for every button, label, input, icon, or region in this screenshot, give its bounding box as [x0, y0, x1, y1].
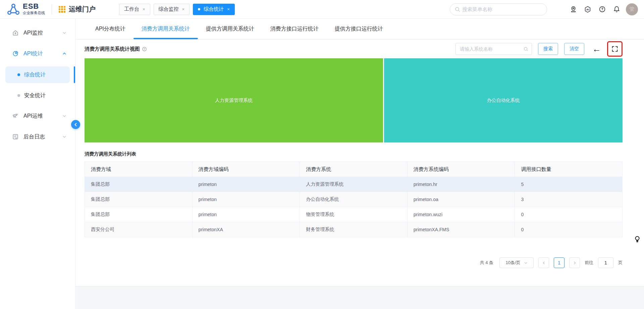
lightbulb-icon[interactable] [633, 235, 641, 245]
tab-provider-api-runtime[interactable]: 提供方接口运行统计 [327, 25, 391, 39]
home-icon [12, 29, 19, 36]
consumer-call-table: 消费方域 消费方域编码 消费方系统 消费方系统编码 调用接口数量 集团总部 pr… [85, 162, 623, 237]
system-name-search-box[interactable] [455, 43, 532, 55]
sidebar-item-label: API监控 [23, 29, 62, 37]
chevron-left-icon [74, 123, 78, 127]
avatar-text: 管 [630, 6, 635, 12]
sidebar-subitem-label: 安全统计 [24, 92, 46, 99]
fullscreen-icon[interactable] [611, 45, 619, 53]
main-content: API分布统计 消费方调用关系统计 提供方调用关系统计 消费方接口运行统计 提供… [76, 19, 644, 309]
system-name-input[interactable] [460, 46, 524, 52]
menu-search-box[interactable] [450, 3, 547, 15]
help-icon[interactable]: ? [598, 5, 606, 13]
active-dot [198, 8, 200, 10]
search-icon [455, 7, 460, 12]
close-icon[interactable]: × [143, 7, 145, 12]
tab-consumer-call-relation[interactable]: 消费方调用关系统计 [133, 25, 198, 39]
page-number-1[interactable]: 1 [554, 257, 565, 268]
pie-chart-icon [12, 50, 19, 57]
window-tab-label: 工作台 [124, 6, 139, 12]
col-header-consumer-domain-code[interactable]: 消费方域编码 [192, 162, 300, 177]
col-header-consumer-system-code[interactable]: 消费方系统编码 [407, 162, 515, 177]
location-icon[interactable] [569, 5, 577, 13]
sidebar-item-api-monitor[interactable]: API监控 [0, 25, 75, 41]
sidebar-item-label: API统计 [23, 50, 62, 57]
header-icon-group: AI ? [569, 5, 621, 13]
close-icon[interactable]: × [227, 7, 230, 12]
treemap-node-hr-system[interactable]: 人力资源管理系统 [85, 58, 383, 142]
goto-label: 前往 [585, 260, 593, 266]
active-indicator-bar [74, 66, 75, 83]
portal-name: 运维门户 [69, 5, 96, 14]
logo-title: ESB [23, 3, 45, 10]
window-tab-bar: 工作台 × 综合监控 × 综合统计 × [119, 4, 235, 15]
window-tab-workbench[interactable]: 工作台 × [119, 4, 150, 15]
pagination: 共 4 条 10条/页 1 前往 页 [480, 257, 623, 268]
table-header-row: 消费方域 消费方域编码 消费方系统 消费方系统编码 调用接口数量 [85, 162, 623, 177]
window-tab-statistics-active[interactable]: 综合统计 × [193, 4, 235, 15]
table-row[interactable]: 集团总部 primeton 物资管理系统 primeton.wuzi 0 [85, 207, 623, 222]
sidebar-item-backend-logs[interactable]: 后台日志 [0, 129, 75, 145]
bullet-dot-icon [17, 73, 20, 76]
col-header-consumer-system[interactable]: 消费方系统 [300, 162, 408, 177]
consumer-call-treemap: 人力资源管理系统 办公自动化系统 [85, 58, 623, 142]
col-header-call-api-count[interactable]: 调用接口数量 [515, 162, 623, 177]
col-header-consumer-domain[interactable]: 消费方域 [85, 162, 193, 177]
brand-logo[interactable]: ESB 企业服务总线 [0, 3, 45, 16]
header-divider [52, 4, 52, 14]
help-circle-icon[interactable]: ? [142, 47, 147, 52]
menu-search-input[interactable] [462, 6, 542, 12]
window-tab-label: 综合监控 [159, 6, 179, 12]
grid-icon [59, 6, 65, 13]
window-tab-monitoring[interactable]: 综合监控 × [154, 4, 190, 15]
chevron-down-icon [524, 261, 528, 265]
bell-icon[interactable] [612, 5, 621, 13]
esb-network-icon [7, 3, 20, 16]
bullet-dot-icon [17, 94, 20, 97]
portal-title: 运维门户 [59, 5, 96, 14]
chevron-down-icon [62, 114, 66, 118]
page-unit-label: 页 [618, 260, 623, 266]
sidebar-subitem-security-statistics[interactable]: 安全统计 [5, 87, 70, 104]
prev-page-button[interactable] [538, 257, 549, 268]
chevron-down-icon [62, 31, 66, 35]
next-page-button[interactable] [569, 257, 580, 268]
user-avatar[interactable]: 管 [626, 3, 638, 15]
footer-strip [76, 287, 644, 309]
table-row[interactable]: 西安分公司 primetonXA 财务管理系统 primetonXA.FMS 0 [85, 222, 623, 237]
treemap-node-oa-system[interactable]: 办公自动化系统 [384, 58, 623, 142]
chevron-right-icon [573, 261, 577, 265]
sidebar-item-api-statistics[interactable]: API统计 [0, 46, 75, 62]
back-arrow-icon[interactable]: ← [592, 45, 601, 53]
treemap-node-label: 人力资源管理系统 [215, 98, 253, 104]
view-title: 消费方调用关系统计视图 ? [85, 46, 147, 52]
statistics-tab-bar: API分布统计 消费方调用关系统计 提供方调用关系统计 消费方接口运行统计 提供… [76, 19, 644, 40]
chevron-up-icon [62, 52, 66, 56]
page-size-select[interactable]: 10条/页 [499, 257, 534, 268]
sidebar-nav: API监控 API统计 综合统计 安全统计 API运维 [0, 19, 75, 309]
pagination-zone: 共 4 条 10条/页 1 前往 页 [85, 237, 623, 275]
table-row[interactable]: 集团总部 primeton 办公自动化系统 primeton.oa 3 [85, 192, 623, 207]
search-button[interactable]: 搜索 [538, 43, 558, 55]
svg-text:AI: AI [586, 8, 589, 11]
table-row[interactable]: 集团总部 primeton 人力资源管理系统 primeton.hr 5 [85, 177, 623, 192]
sidebar-subitem-label: 综合统计 [24, 71, 46, 78]
treemap-node-label: 办公自动化系统 [487, 98, 520, 104]
list-title: 消费方调用关系统计列表 [85, 151, 644, 157]
sidebar-collapse-button[interactable] [71, 120, 80, 129]
chevron-left-icon [542, 261, 546, 265]
sidebar-item-label: 后台日志 [23, 133, 62, 140]
total-count: 共 4 条 [480, 260, 493, 266]
goto-page-input[interactable] [598, 257, 613, 268]
tab-api-distribution[interactable]: API分布统计 [87, 25, 133, 39]
monitor-icon [12, 113, 19, 119]
logo-subtitle: 企业服务总线 [23, 10, 45, 15]
sidebar-item-api-operations[interactable]: API运维 [0, 108, 75, 124]
tab-consumer-api-runtime[interactable]: 消费方接口运行统计 [262, 25, 327, 39]
close-icon[interactable]: × [182, 7, 185, 12]
clear-button[interactable]: 清空 [564, 43, 584, 55]
window-tab-label: 综合统计 [204, 6, 224, 12]
ai-icon[interactable]: AI [584, 5, 592, 13]
tab-provider-call-relation[interactable]: 提供方调用关系统计 [198, 25, 262, 39]
sidebar-subitem-comprehensive-statistics[interactable]: 综合统计 [5, 66, 70, 83]
